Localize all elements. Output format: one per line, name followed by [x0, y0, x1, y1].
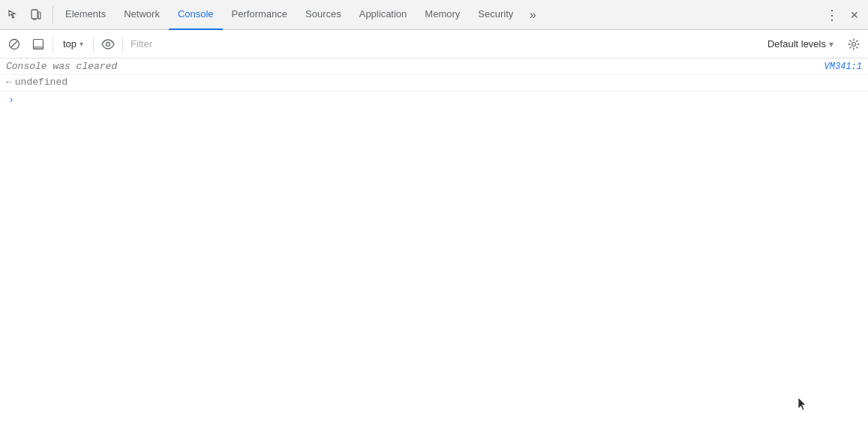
console-cleared-message: Console was cleared VM341:1 — [0, 58, 868, 75]
tab-application[interactable]: Application — [350, 0, 416, 30]
inspect-icon — [8, 9, 20, 21]
left-arrow-icon: ← — [6, 76, 12, 88]
toolbar-divider-3 — [122, 37, 123, 52]
tab-network[interactable]: Network — [115, 0, 169, 30]
devtools-right-actions: ⋮ ✕ — [821, 4, 865, 26]
tab-sources[interactable]: Sources — [296, 0, 350, 30]
tab-divider-left — [53, 6, 53, 24]
device-toggle-button[interactable] — [26, 4, 47, 26]
console-settings-button[interactable] — [844, 34, 863, 54]
undefined-row: ← undefined — [0, 75, 868, 92]
default-levels-chevron-icon: ▾ — [829, 39, 833, 50]
cursor-icon — [797, 397, 808, 412]
filter-input-wrap — [128, 34, 757, 54]
context-chevron-icon: ▾ — [80, 40, 83, 48]
svg-rect-0 — [32, 10, 38, 19]
more-tabs-button[interactable]: » — [522, 4, 543, 26]
context-selector[interactable]: top ▾ — [58, 34, 89, 54]
inspect-element-button[interactable] — [3, 4, 24, 26]
svg-rect-7 — [34, 46, 44, 49]
cursor-indicator — [797, 397, 808, 414]
expand-row: › — [0, 92, 868, 108]
expand-arrow-icon[interactable]: › — [6, 94, 17, 105]
console-toolbar: top ▾ Default levels ▾ — [0, 30, 868, 58]
more-options-button[interactable]: ⋮ — [821, 4, 842, 26]
tab-performance[interactable]: Performance — [223, 0, 296, 30]
tab-memory[interactable]: Memory — [416, 0, 469, 30]
device-icon — [30, 9, 42, 21]
clear-console-icon — [8, 38, 20, 50]
default-levels-button[interactable]: Default levels ▾ — [761, 34, 839, 54]
svg-rect-2 — [38, 12, 41, 19]
drawer-icon — [32, 38, 44, 50]
devtools-left-icons — [3, 4, 47, 26]
clear-console-button[interactable] — [5, 34, 24, 54]
undefined-value: undefined — [15, 76, 68, 88]
toolbar-divider-2 — [93, 37, 94, 52]
tab-elements[interactable]: Elements — [56, 0, 115, 30]
devtools-tab-bar: Elements Network Console Performance Sou… — [0, 0, 868, 30]
svg-rect-1 — [33, 19, 36, 20]
tab-security[interactable]: Security — [469, 0, 522, 30]
eye-icon — [101, 39, 115, 50]
svg-rect-3 — [39, 18, 41, 19]
vm-link[interactable]: VM341:1 — [824, 62, 862, 72]
live-expressions-button[interactable] — [98, 34, 118, 54]
svg-point-9 — [852, 42, 856, 46]
svg-line-5 — [11, 41, 17, 47]
close-devtools-button[interactable]: ✕ — [844, 4, 865, 26]
show-console-drawer-button[interactable] — [29, 34, 48, 54]
tab-console[interactable]: Console — [169, 0, 223, 30]
console-content: Console was cleared VM341:1 ← undefined … — [0, 58, 868, 432]
filter-input[interactable] — [128, 34, 757, 54]
toolbar-divider-1 — [53, 37, 53, 52]
gear-icon — [848, 38, 860, 50]
svg-point-8 — [107, 42, 110, 46]
